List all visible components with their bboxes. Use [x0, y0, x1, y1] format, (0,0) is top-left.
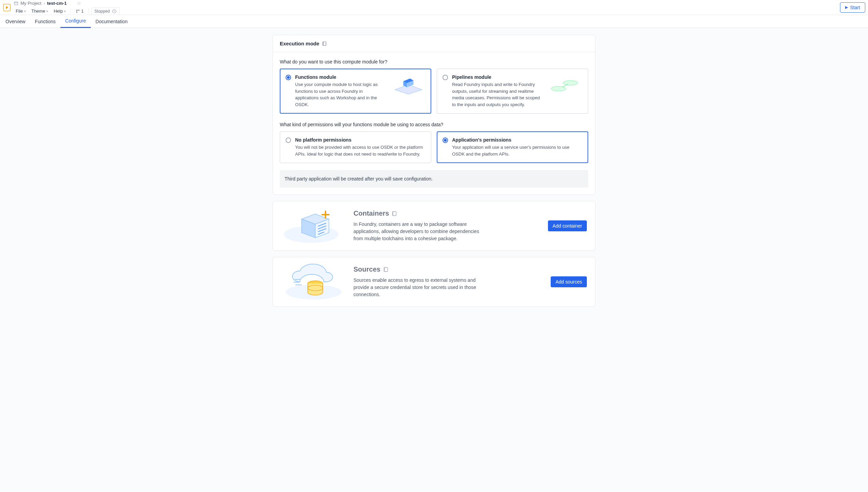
star-icon[interactable]: ☆ — [77, 1, 81, 6]
option-functions-title: Functions module — [295, 74, 387, 80]
menu-help[interactable]: Help▾ — [52, 8, 68, 14]
play-icon: ▶ — [845, 5, 848, 10]
option-functions-module[interactable]: Functions module Use your compute module… — [280, 69, 431, 114]
svg-point-6 — [78, 10, 79, 11]
pipelines-illustration — [548, 74, 582, 95]
svg-rect-8 — [323, 42, 326, 45]
tabs: Overview Functions Configure Documentati… — [0, 15, 868, 28]
question-usage: What do you want to use this compute mod… — [280, 59, 588, 64]
add-sources-button[interactable]: Add sources — [551, 276, 587, 287]
add-container-button[interactable]: Add container — [548, 220, 587, 231]
radio-app-permissions[interactable] — [443, 138, 448, 143]
svg-rect-2 — [14, 2, 18, 5]
option-appperm-desc: Your application will use a service user… — [452, 144, 582, 157]
svg-rect-35 — [384, 267, 388, 272]
containers-card: Containers In Foundry, containers are a … — [273, 201, 595, 251]
option-no-permissions[interactable]: No platform permissions You will not be … — [280, 131, 431, 163]
chevron-right-icon: › — [43, 1, 45, 6]
tab-functions[interactable]: Functions — [30, 15, 60, 28]
branch-count: 1 — [81, 9, 84, 14]
status-chip: Stopped — [91, 8, 120, 15]
folder-icon — [14, 1, 18, 6]
svg-rect-27 — [393, 212, 396, 216]
chevron-down-icon: ▾ — [24, 10, 26, 13]
svg-point-14 — [551, 86, 566, 91]
sources-title: Sources — [353, 265, 543, 273]
svg-point-15 — [563, 81, 578, 85]
containers-title: Containers — [353, 209, 540, 217]
svg-point-4 — [76, 10, 77, 11]
header-bar: My Project › test-cm-1 ☆ File▾ Theme▾ He… — [0, 0, 868, 15]
execution-mode-card: Execution mode What do you want to use t… — [273, 35, 595, 195]
branch-indicator[interactable]: 1 — [74, 8, 86, 14]
breadcrumb-project[interactable]: My Project — [20, 1, 41, 6]
execution-mode-header: Execution mode — [273, 35, 595, 52]
option-pipelines-title: Pipelines module — [452, 74, 544, 80]
branch-icon — [76, 9, 80, 13]
tab-documentation[interactable]: Documentation — [91, 15, 132, 28]
page-title: test-cm-1 — [47, 1, 67, 6]
option-app-permissions[interactable]: Application's permissions Your applicati… — [437, 131, 588, 163]
header-content: My Project › test-cm-1 ☆ File▾ Theme▾ He… — [14, 0, 840, 15]
sources-card: Sources Sources enable access to egress … — [273, 257, 595, 307]
status-label: Stopped — [95, 9, 110, 14]
menu-theme[interactable]: Theme▾ — [29, 8, 50, 14]
docs-icon[interactable] — [383, 267, 389, 272]
start-button[interactable]: ▶ Start — [840, 2, 865, 13]
containers-desc: In Foundry, containers are a way to pack… — [353, 221, 490, 242]
containers-illustration — [281, 209, 346, 243]
chevron-down-icon: ▾ — [46, 10, 48, 13]
radio-no-permissions[interactable] — [286, 138, 291, 143]
sources-illustration — [281, 265, 346, 299]
docs-icon[interactable] — [392, 211, 397, 216]
chevron-down-icon: ▾ — [64, 10, 66, 13]
option-noperm-title: No platform permissions — [295, 137, 425, 143]
menu-bar: File▾ Theme▾ Help▾ 1 Stopped — [14, 8, 840, 15]
radio-pipelines[interactable] — [443, 75, 448, 80]
docs-icon[interactable] — [322, 41, 327, 46]
tab-overview[interactable]: Overview — [5, 15, 30, 28]
divider — [71, 9, 71, 14]
option-functions-desc: Use your compute module to host logic as… — [295, 81, 387, 108]
svg-point-5 — [76, 12, 77, 13]
functions-illustration — [391, 74, 425, 95]
breadcrumb: My Project › test-cm-1 ☆ — [14, 0, 840, 7]
question-permissions: What kind of permissions will your funct… — [280, 122, 588, 127]
divider — [88, 9, 89, 14]
option-pipelines-module[interactable]: Pipelines module Read Foundry inputs and… — [437, 69, 588, 114]
radio-functions[interactable] — [286, 75, 291, 80]
sources-desc: Sources enable access to egress to exter… — [353, 277, 490, 298]
option-pipelines-desc: Read Foundry inputs and write to Foundry… — [452, 81, 544, 108]
content: Execution mode What do you want to use t… — [0, 28, 868, 327]
option-appperm-title: Application's permissions — [452, 137, 582, 143]
history-icon[interactable] — [112, 9, 117, 14]
app-icon — [3, 3, 11, 12]
info-banner: Third party application will be created … — [280, 170, 588, 188]
tab-configure[interactable]: Configure — [60, 15, 91, 28]
menu-file[interactable]: File▾ — [14, 8, 28, 14]
option-noperm-desc: You will not be provided with access to … — [295, 144, 425, 157]
